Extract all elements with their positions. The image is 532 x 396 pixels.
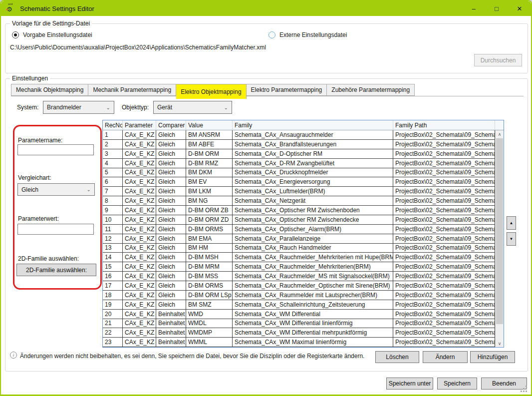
- table-cell: Schemata_CAx_WM Differential mehrpunktfö…: [233, 328, 393, 337]
- table-cell: ProjectBox\02_Schemata\09_Schemat: [393, 338, 495, 347]
- table-cell: CAx_E_KZ: [123, 338, 156, 347]
- change-button[interactable]: Ändern: [423, 351, 468, 363]
- table-row[interactable]: 14CAx_E_KZGleichD-BM MSHSchemata_CAx_Rau…: [103, 253, 495, 262]
- table-row[interactable]: 16CAx_E_KZGleichD-BM MSSSchemata_CAx_Rau…: [103, 272, 495, 281]
- table-cell: CAx_E_KZ: [123, 149, 156, 158]
- table-row[interactable]: 7CAx_E_KZGleichBM LKMSchemata_CAx_Luftme…: [103, 187, 495, 196]
- table-cell: 5: [103, 168, 123, 177]
- table-cell: Gleich: [156, 272, 186, 281]
- table-cell: ProjectBox\02_Schemata\09_Schemat: [393, 206, 495, 215]
- parameterwert-input[interactable]: [17, 224, 94, 235]
- table-cell: CAx_E_KZ: [123, 206, 156, 215]
- table-cell: D-BM ORM: [186, 149, 233, 158]
- table-cell: 19: [103, 300, 123, 309]
- save-button[interactable]: Speichern: [437, 378, 477, 390]
- table-cell: CAx_E_KZ: [123, 187, 156, 196]
- table-row[interactable]: 8CAx_E_KZGleichBM NGSchemata_CAx_Netzger…: [103, 196, 495, 206]
- tab-elektro-objektmapping[interactable]: Elektro Objektmapping: [176, 84, 246, 99]
- table-cell: BM ANSRM: [186, 130, 233, 139]
- table-row[interactable]: 4CAx_E_KZGleichD-BM RMZSchemata_CAx_D-RM…: [103, 159, 495, 168]
- table-vertical-scrollbar[interactable]: ∧ ∨: [495, 130, 504, 347]
- column-header-recno[interactable]: RecNo: [103, 120, 123, 130]
- table-cell: WMDL: [186, 319, 233, 328]
- column-header-value[interactable]: Value: [186, 120, 233, 130]
- move-row-up-button[interactable]: ▲: [507, 216, 516, 230]
- table-cell: ProjectBox\02_Schemata\09_Schemat: [393, 262, 495, 271]
- table-cell: Schemata_CAx_Rauchmelder_Mehrkriterien(B…: [233, 262, 393, 271]
- tab-elektro-parametermapping[interactable]: Elektro Parametermapping: [247, 84, 327, 96]
- maximize-button[interactable]: □: [485, 1, 508, 16]
- table-row[interactable]: 2CAx_E_KZGleichBM ABFESchemata_CAx_Brand…: [103, 140, 495, 149]
- table-row[interactable]: 10CAx_E_KZGleichD-BM ORM ZDSchemata_CAx_…: [103, 215, 495, 225]
- table-cell: BM SMZ: [186, 300, 233, 309]
- table-cell: D-BM ORMS: [186, 225, 233, 234]
- table-cell: BM NG: [186, 196, 233, 205]
- table-row[interactable]: 6CAx_E_KZGleichBM EVSchemata_CAx_Energie…: [103, 177, 495, 187]
- browse-button[interactable]: Durchsuchen: [474, 54, 522, 66]
- save-as-button[interactable]: Speichern unter: [386, 378, 433, 390]
- table-cell: 10: [103, 215, 123, 224]
- table-cell: CAx_E_KZ: [123, 328, 156, 337]
- table-cell: CAx_E_KZ: [123, 130, 156, 139]
- select-2d-family-button[interactable]: 2D-Familie auswählen:: [16, 264, 96, 276]
- table-cell: Schemata_CAx_Ansaugrauchmelder: [233, 130, 393, 139]
- up-arrow-icon: ▲: [510, 221, 514, 225]
- column-header-family-path[interactable]: Family Path: [393, 120, 495, 130]
- app-window: xml ⚙ Schematic Settings Editor – □ ✕ Vo…: [0, 0, 532, 396]
- table-cell: Gleich: [156, 187, 186, 196]
- add-button[interactable]: Hinzufügen: [470, 351, 515, 363]
- table-cell: ProjectBox\02_Schemata\09_Schemat: [393, 159, 495, 168]
- table-row[interactable]: 17CAx_E_KZGleichD-BM ORMSSchemata_CAx_Ra…: [103, 281, 495, 291]
- table-row[interactable]: 5CAx_E_KZGleichBM DKMSchemata_CAx_Druckk…: [103, 168, 495, 178]
- table-row[interactable]: 11CAx_E_KZGleichD-BM ORMSSchemata_CAx_Op…: [103, 225, 495, 234]
- table-cell: D-BM ORM ZD: [186, 215, 233, 224]
- table-row[interactable]: 21CAx_E_KZBeinhaltetWMDLSchemata_CAx_WM …: [103, 319, 495, 329]
- parametername-label: Parametername:: [18, 137, 62, 144]
- table-cell: Schemata_CAx_Optischer RM Zwischenboden: [233, 206, 393, 215]
- table-cell: ProjectBox\02_Schemata\09_Schemat: [393, 225, 495, 234]
- move-row-down-button[interactable]: ▼: [507, 232, 516, 246]
- table-cell: ProjectBox\02_Schemata\09_Schemat: [393, 319, 495, 328]
- table-cell: 12: [103, 234, 123, 243]
- table-row[interactable]: 3CAx_E_KZGleichD-BM ORMSchemata_CAx_D-Op…: [103, 149, 495, 159]
- table-cell: CAx_E_KZ: [123, 272, 156, 281]
- close-button[interactable]: ✕: [508, 1, 531, 16]
- tab-mechanik-objektmapping[interactable]: Mechanik Objektmapping: [11, 84, 88, 96]
- familie-label: 2D-Familie auswählen:: [18, 255, 79, 262]
- table-cell: D-BM MSS: [186, 272, 233, 281]
- table-row[interactable]: 12CAx_E_KZGleichBM EMASchemata_CAx_Paral…: [103, 234, 495, 244]
- vergleichart-combobox[interactable]: Gleich ⌄: [17, 183, 95, 196]
- objekttyp-combobox[interactable]: Gerät ⌄: [153, 101, 232, 114]
- table-cell: WMDMP: [186, 328, 233, 337]
- table-cell: CAx_E_KZ: [123, 215, 156, 224]
- table-cell: Schemata_CAx_Rauchmelder_Optischer mit S…: [233, 281, 393, 290]
- table-row[interactable]: 1CAx_E_KZGleichBM ANSRMSchemata_CAx_Ansa…: [103, 130, 495, 140]
- scrollbar-thumb[interactable]: [496, 138, 503, 324]
- table-row[interactable]: 18CAx_E_KZGleichD-BM ORM LSpSchemata_CAx…: [103, 291, 495, 300]
- system-combobox-value: Brandmelder: [47, 104, 81, 111]
- table-row[interactable]: 20CAx_E_KZBeinhaltetWMDSchemata_CAx_WM D…: [103, 310, 495, 319]
- table-row[interactable]: 13CAx_E_KZGleichBM HMSchemata_CAx_Rauch …: [103, 244, 495, 253]
- resize-grip[interactable]: [520, 385, 528, 393]
- table-row[interactable]: 9CAx_E_KZGleichD-BM ORM ZBSchemata_CAx_O…: [103, 206, 495, 215]
- table-row[interactable]: 19CAx_E_KZGleichBM SMZSchemata_CAx_Schal…: [103, 300, 495, 310]
- table-cell: Schemata_CAx_Raummelder mit Lautsprecher…: [233, 291, 393, 300]
- scroll-down-icon[interactable]: ∨: [496, 340, 504, 347]
- minimize-button[interactable]: –: [462, 1, 485, 16]
- table-row[interactable]: 22CAx_E_KZBeinhaltetWMDMPSchemata_CAx_WM…: [103, 328, 495, 338]
- radio-external-settings-file[interactable]: Externe Einstellungsdatei: [268, 31, 347, 38]
- scroll-up-icon[interactable]: ∧: [496, 130, 504, 138]
- delete-button[interactable]: Löschen: [375, 351, 419, 363]
- tab-zubehoere-parametermapping[interactable]: Zubehöre Parametermapping: [327, 84, 415, 96]
- table-cell: Schemata_CAx_Optischer_Alarm(BRM): [233, 225, 393, 234]
- parametername-input[interactable]: [17, 144, 94, 155]
- system-combobox[interactable]: Brandmelder ⌄: [43, 101, 114, 114]
- table-cell: 20: [103, 310, 123, 319]
- column-header-family[interactable]: Family: [233, 120, 393, 130]
- column-header-comparer[interactable]: Comparer: [156, 120, 186, 130]
- tab-mechanik-parametermapping[interactable]: Mechanik Parametermapping: [88, 84, 176, 96]
- column-header-parameter[interactable]: Parameter: [123, 120, 156, 130]
- table-row[interactable]: 15CAx_E_KZGleichD-BM MRMSchemata_CAx_Rau…: [103, 262, 495, 272]
- table-row[interactable]: 23CAx_E_KZBeinhaltetWMMLSchemata_CAx_WM …: [103, 338, 495, 347]
- radio-default-settings-file[interactable]: Vorgabe Einstellungsdatei: [12, 31, 92, 38]
